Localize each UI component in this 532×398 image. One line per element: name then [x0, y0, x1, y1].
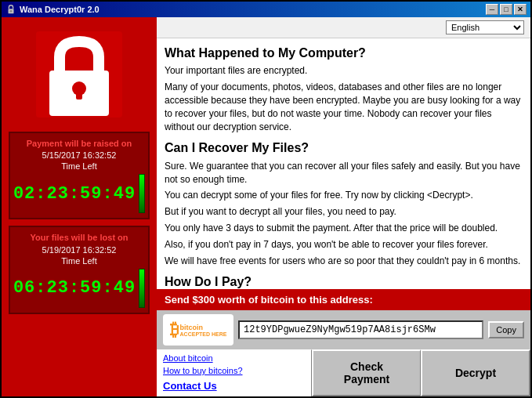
btc-symbol-icon: ₿	[170, 320, 179, 340]
bitcoin-address-row: ₿ bitcoin ACCEPTED HERE Copy	[157, 310, 530, 349]
timer1-digits: 02:23:59:49	[13, 184, 136, 204]
timer1-display: 02:23:59:49	[16, 174, 142, 213]
section2-p1: Sure. We guarantee that you can recover …	[165, 160, 523, 186]
minimize-button[interactable]: ─	[486, 4, 498, 15]
section2-p5: Also, if you don't pay in 7 days, you wo…	[165, 238, 523, 251]
title-bar-buttons: ─ □ ✕	[486, 4, 527, 15]
btc-text-bottom: ACCEPTED HERE	[180, 331, 227, 337]
timer2-title: Your files will be lost on	[16, 232, 142, 243]
timer2-bar	[139, 269, 145, 308]
svg-point-1	[10, 10, 13, 13]
lock-icon-container	[24, 24, 134, 125]
decrypt-button[interactable]: Decrypt	[421, 349, 530, 396]
timer2-digits: 06:23:59:49	[13, 278, 136, 298]
section2-p4: You only have 3 days to submit the payme…	[165, 222, 523, 235]
how-to-buy-link[interactable]: How to buy bitcoins?	[163, 366, 305, 375]
title-bar: Wana Decrypt0r 2.0 ─ □ ✕	[2, 2, 530, 17]
right-panel: English What Happened to My Computer? Yo…	[157, 17, 530, 396]
check-payment-button[interactable]: Check Payment	[312, 349, 421, 396]
main-content: Payment will be raised on 5/15/2017 16:3…	[2, 17, 530, 396]
timer2-label: Time Left	[16, 256, 142, 266]
main-window: Wana Decrypt0r 2.0 ─ □ ✕	[0, 0, 532, 398]
left-panel: Payment will be raised on 5/15/2017 16:3…	[2, 17, 157, 396]
title-bar-left: Wana Decrypt0r 2.0	[5, 4, 100, 15]
lock-icon	[32, 27, 126, 121]
window-title: Wana Decrypt0r 2.0	[20, 5, 100, 14]
text-content[interactable]: What Happened to My Computer? Your impor…	[157, 38, 530, 289]
timer1-date: 5/15/2017 16:32:52	[16, 150, 142, 160]
section1-p1: Your important files are encrypted.	[165, 64, 523, 78]
section3-heading: How Do I Pay?	[165, 273, 523, 289]
timer-box-2: Your files will be lost on 5/19/2017 16:…	[9, 226, 150, 313]
section1-heading: What Happened to My Computer?	[165, 45, 523, 62]
language-select[interactable]: English	[446, 20, 524, 34]
bitcoin-address-input[interactable]	[238, 320, 483, 339]
bitcoin-section: Send $300 worth of bitcoin to this addre…	[157, 289, 530, 310]
section2-heading: Can I Recover My Files?	[165, 139, 523, 157]
bitcoin-logo: ₿ bitcoin ACCEPTED HERE	[163, 314, 233, 346]
right-buttons: Check Payment Decrypt	[312, 349, 530, 396]
bottom-buttons-area: About bitcoin How to buy bitcoins? Conta…	[157, 349, 530, 396]
copy-button[interactable]: Copy	[488, 321, 524, 338]
section2-p2: You can decrypt some of your files for f…	[165, 189, 523, 202]
section2-p3: But if you want to decrypt all your file…	[165, 205, 523, 219]
timer1-bar	[139, 174, 145, 213]
timer-box-1: Payment will be raised on 5/15/2017 16:3…	[9, 132, 150, 219]
maximize-button[interactable]: □	[500, 4, 512, 15]
timer2-date: 5/19/2017 16:32:52	[16, 245, 142, 255]
send-label: Send $300 worth of bitcoin to this addre…	[165, 294, 373, 306]
contact-us-link[interactable]: Contact Us	[163, 380, 305, 392]
about-bitcoin-link[interactable]: About bitcoin	[163, 353, 305, 363]
section1-p2: Many of your documents, photos, videos, …	[165, 81, 523, 133]
btc-text-top: bitcoin	[180, 324, 204, 331]
left-links: About bitcoin How to buy bitcoins? Conta…	[157, 349, 312, 396]
language-bar: English	[157, 17, 530, 38]
close-button[interactable]: ✕	[514, 4, 527, 15]
timer1-title: Payment will be raised on	[16, 138, 142, 149]
title-icon	[5, 4, 16, 15]
timer2-display: 06:23:59:49	[16, 269, 142, 308]
svg-rect-5	[76, 89, 82, 100]
timer1-label: Time Left	[16, 161, 142, 171]
section2-p6: We will have free events for users who a…	[165, 255, 523, 268]
